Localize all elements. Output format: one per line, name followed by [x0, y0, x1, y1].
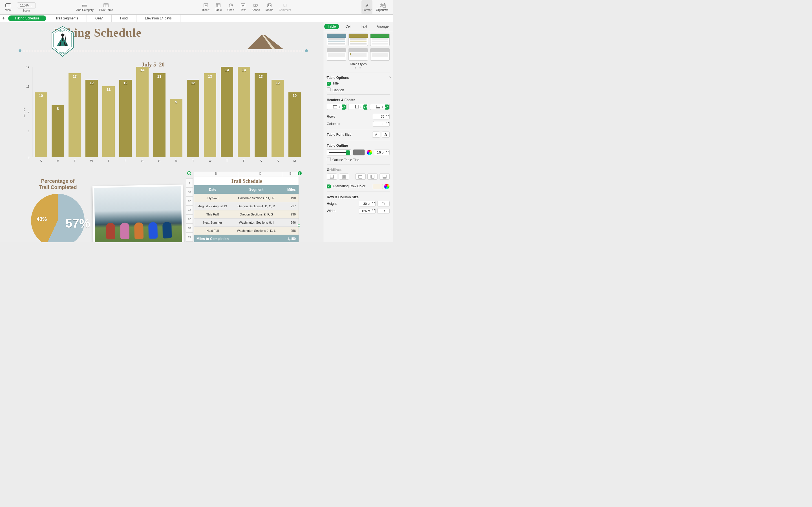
organize-button[interactable]: Organize [373, 0, 390, 14]
outline-color-swatch[interactable] [353, 149, 365, 156]
stepper-icon[interactable]: ▲▼ [386, 114, 389, 119]
table-row[interactable]: This Fall!Oregon Sections E, F, G239 [194, 210, 299, 218]
bar[interactable]: 13 [204, 73, 216, 157]
sheet-tab-elevation[interactable]: Elevation 14 days [137, 15, 181, 22]
bar[interactable]: 13 [153, 73, 165, 157]
text-button[interactable]: A Text [238, 0, 248, 14]
stepper-icon[interactable]: ▲▼ [371, 202, 375, 206]
stepper-icon[interactable]: ▲▼ [371, 209, 375, 213]
footer-rows-stepper[interactable]: 1▲▼ [370, 104, 390, 110]
styles-next-button[interactable]: › [388, 73, 392, 81]
table-style-4[interactable] [327, 48, 346, 61]
bar[interactable]: 13 [68, 73, 81, 157]
bar[interactable]: 12 [119, 80, 132, 157]
format-button[interactable]: Format [361, 0, 373, 14]
fit-width-button[interactable]: Fit [377, 208, 390, 214]
outline-title-checkbox[interactable]: Outline Table Title [327, 157, 390, 162]
header-cols-stepper[interactable]: 1▲▼ [348, 104, 368, 110]
row-header[interactable]: 18 [186, 187, 193, 196]
add-column-handle[interactable]: ‖ [298, 171, 302, 175]
x-tick: M [52, 159, 64, 163]
col-header-e[interactable]: E [282, 172, 299, 177]
styles-pager[interactable]: ● ○ [327, 66, 390, 69]
table-corner-handle[interactable]: ○ [187, 171, 191, 175]
row-header[interactable]: 1 [186, 178, 193, 187]
fit-height-button[interactable]: Fit [377, 201, 390, 207]
row-header[interactable]: 79 [186, 232, 193, 242]
photo[interactable] [93, 184, 184, 242]
stepper-icon[interactable]: ▲▼ [386, 122, 389, 126]
bar[interactable]: 14 [136, 67, 149, 157]
color-wheel-icon[interactable] [366, 150, 372, 155]
table-style-3[interactable] [370, 34, 390, 46]
view-button[interactable]: View [3, 0, 13, 14]
table-row[interactable]: July 5–20California Sections P, Q, R190 [194, 194, 299, 202]
bar[interactable]: 10 [35, 93, 47, 157]
font-larger-button[interactable]: A [382, 131, 390, 138]
table-row[interactable]: Next SummerWashington Sections H, I246 [194, 218, 299, 226]
col-header-b[interactable]: B [194, 172, 238, 177]
font-smaller-button[interactable]: A [372, 131, 380, 138]
zoom-control[interactable]: 116%⌄ Zoom [15, 0, 38, 14]
bar[interactable]: 14 [238, 67, 250, 157]
sheet-tab-food[interactable]: Food [112, 15, 137, 22]
trail-schedule-table[interactable]: ○ ‖ B C E 1183246627879 Trail Schedule D… [186, 172, 299, 242]
chart-button[interactable]: Chart [225, 0, 236, 14]
tab-text[interactable]: Text [357, 24, 370, 29]
bar[interactable]: 8 [52, 105, 64, 157]
table-style-1[interactable] [327, 34, 346, 46]
caption-checkbox-row[interactable]: Caption [327, 87, 390, 92]
table-style-2[interactable] [349, 34, 368, 46]
outline-style-select[interactable] [327, 149, 351, 156]
title-checkbox-row[interactable]: ✓Title [327, 81, 390, 86]
alt-row-color-row[interactable]: ✓Alternating Row Color [327, 184, 390, 189]
table-style-6[interactable] [370, 48, 390, 61]
insert-button[interactable]: Insert [200, 0, 212, 14]
table-row[interactable]: Next FallWashington Sections J, K, L258 [194, 226, 299, 235]
bar[interactable]: 12 [271, 80, 284, 157]
pie-chart[interactable]: 43% 57% [31, 194, 85, 242]
header-rows-stepper[interactable]: 1▲▼ [327, 104, 347, 110]
tab-arrange[interactable]: Arrange [373, 24, 392, 29]
bar[interactable]: 10 [289, 93, 301, 157]
shape-button[interactable]: Shape [250, 0, 262, 14]
sheet-tab-segments[interactable]: Trail Segments [47, 15, 87, 22]
sheet-tab-hiking[interactable]: Hiking Schedule [8, 15, 46, 21]
gridline-ftr-button[interactable] [379, 173, 390, 180]
tab-table[interactable]: Table [324, 24, 339, 29]
tab-cell[interactable]: Cell [342, 24, 355, 29]
row-header[interactable]: 62 [186, 214, 193, 224]
table-button[interactable]: Table [213, 0, 224, 14]
add-category-button[interactable]: Add Category [74, 0, 96, 14]
media-button[interactable]: Media [263, 0, 275, 14]
table-row[interactable]: August 7 - August 19Oregon Sections A, B… [194, 202, 299, 210]
canvas[interactable]: Hiking Schedule SCENIC TRAILS [0, 22, 323, 242]
bar[interactable]: 12 [86, 80, 98, 157]
list-icon [82, 3, 88, 8]
row-header[interactable]: 32 [186, 196, 193, 206]
row-header[interactable]: 78 [186, 223, 193, 233]
bar[interactable]: 14 [221, 67, 233, 157]
sheet-tab-gear[interactable]: Gear [87, 15, 112, 22]
gridline-hdr-v-button[interactable] [367, 173, 378, 180]
styles-prev-button[interactable]: ‹ [324, 73, 328, 81]
bar[interactable]: 13 [255, 73, 267, 157]
row-header[interactable]: 46 [186, 205, 193, 215]
svg-point-23 [255, 4, 258, 6]
gridline-h-button[interactable] [327, 173, 337, 180]
gridline-v-button[interactable] [339, 173, 349, 180]
gridline-hdr-h-button[interactable] [355, 173, 366, 180]
bar[interactable]: 11 [102, 86, 115, 157]
pivot-table-button[interactable]: Pivot Table [97, 0, 115, 14]
bar-chart[interactable]: MILES 0471114 10S8M13T12W11T12F14S13S9M1… [22, 67, 301, 166]
comment-button[interactable]: Comment [276, 0, 293, 14]
bar[interactable]: 12 [187, 80, 199, 157]
table-style-5[interactable] [349, 48, 368, 61]
bar[interactable]: 9 [170, 99, 183, 157]
col-header-c[interactable]: C [238, 172, 283, 177]
alt-color-swatch[interactable] [373, 184, 383, 189]
add-sheet-button[interactable]: + [0, 16, 7, 21]
color-wheel-icon[interactable] [384, 184, 390, 189]
selection-handle[interactable] [298, 224, 300, 226]
stepper-icon[interactable]: ▲▼ [386, 150, 389, 155]
